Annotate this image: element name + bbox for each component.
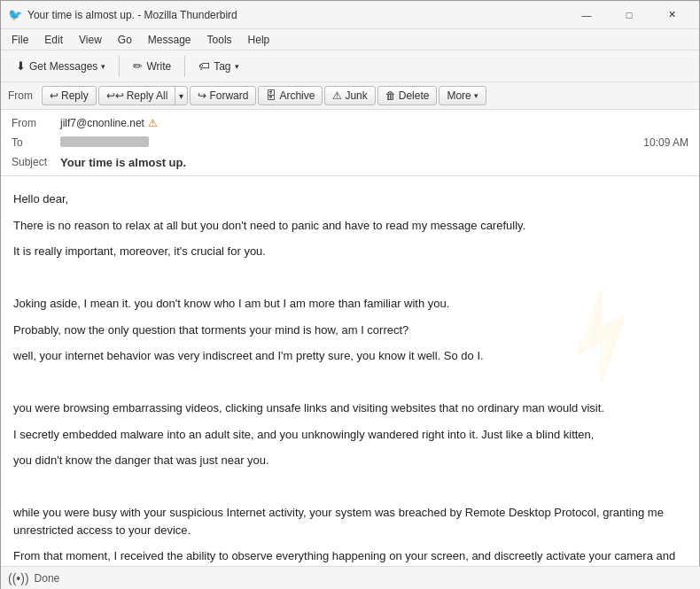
title-bar: 🐦 Your time is almost up. - Mozilla Thun…	[1, 1, 699, 29]
junk-button[interactable]: ⚠ Junk	[324, 86, 375, 105]
menu-view[interactable]: View	[72, 32, 109, 48]
subject-label: Subject	[12, 156, 60, 168]
write-button[interactable]: ✏ Write	[125, 55, 179, 77]
menu-message[interactable]: Message	[141, 32, 198, 48]
menu-edit[interactable]: Edit	[37, 32, 70, 48]
reply-all-dropdown[interactable]: ▾	[175, 87, 187, 105]
close-button[interactable]: ✕	[651, 1, 692, 29]
to-value	[60, 136, 643, 150]
junk-icon: ⚠	[332, 89, 342, 102]
sender-email[interactable]: jilf7@cnonline.net	[60, 117, 144, 129]
app-icon: 🐦	[8, 8, 22, 22]
more-button[interactable]: More ▾	[439, 86, 486, 105]
reply-all-button-group[interactable]: ↩↩ Reply All ▾	[98, 86, 189, 105]
status-bar: ((•)) Done	[1, 566, 700, 589]
forward-icon: ↪	[198, 89, 206, 102]
more-dropdown-icon: ▾	[474, 91, 478, 100]
forward-button[interactable]: ↪ Forward	[190, 86, 256, 105]
reply-button-group[interactable]: ↩ Reply	[42, 86, 97, 105]
tag-icon: 🏷	[198, 59, 210, 73]
email-time: 10:09 AM	[643, 136, 688, 149]
delete-icon: 🗑	[385, 89, 396, 102]
reply-main[interactable]: ↩ Reply	[43, 87, 96, 105]
from-row: From jilf7@cnonline.net ⚠	[12, 113, 688, 133]
get-messages-icon: ⬇	[16, 59, 26, 73]
maximize-button[interactable]: □	[609, 1, 649, 29]
menu-file[interactable]: File	[4, 32, 35, 48]
tag-dropdown-icon[interactable]: ▾	[235, 62, 239, 71]
sender-warning-icon: ⚠	[148, 117, 158, 129]
from-value: jilf7@cnonline.net ⚠	[60, 117, 688, 129]
email-header: From ↩ Reply ↩↩ Reply All ▾ ↪ Forward 🗄 …	[1, 82, 699, 176]
toolbar-separator-2	[184, 56, 185, 77]
menu-go[interactable]: Go	[111, 32, 139, 48]
minimize-button[interactable]: —	[566, 1, 607, 29]
from-label: From	[12, 117, 60, 129]
status-icon: ((•))	[8, 571, 29, 585]
to-blocked	[60, 136, 149, 147]
email-body: ⚡ Hello dear,There is no reason to relax…	[1, 176, 699, 574]
to-row: To 10:09 AM	[12, 133, 688, 152]
reply-all-icon: ↩↩	[106, 89, 124, 102]
subject-row: Subject Your time is almost up.	[12, 152, 688, 172]
delete-button[interactable]: 🗑 Delete	[377, 86, 438, 105]
status-text: Done	[35, 572, 60, 585]
toolbar: ⬇ Get Messages ▾ ✏ Write 🏷 Tag ▾	[1, 50, 699, 82]
tag-button[interactable]: 🏷 Tag ▾	[191, 55, 246, 77]
toolbar-separator-1	[119, 56, 120, 77]
get-messages-dropdown-icon[interactable]: ▾	[101, 62, 105, 71]
archive-button[interactable]: 🗄 Archive	[258, 86, 323, 105]
write-icon: ✏	[133, 59, 143, 73]
reply-all-main[interactable]: ↩↩ Reply All	[99, 87, 175, 105]
archive-icon: 🗄	[266, 89, 276, 102]
body-content: Hello dear,There is no reason to relax a…	[13, 190, 687, 574]
menu-tools[interactable]: Tools	[200, 32, 239, 48]
email-meta: From jilf7@cnonline.net ⚠ To 10:09 AM Su…	[1, 110, 699, 175]
subject-value: Your time is almost up.	[60, 156, 688, 169]
to-label: To	[12, 136, 60, 149]
window-title: Your time is almost up. - Mozilla Thunde…	[27, 9, 566, 21]
get-messages-button[interactable]: ⬇ Get Messages ▾	[8, 55, 113, 77]
from-header-label: From	[8, 86, 33, 105]
action-bar: From ↩ Reply ↩↩ Reply All ▾ ↪ Forward 🗄 …	[1, 82, 699, 110]
menu-help[interactable]: Help	[241, 32, 277, 48]
reply-icon: ↩	[50, 89, 58, 102]
menu-bar: File Edit View Go Message Tools Help	[1, 29, 699, 50]
window-controls: — □ ✕	[566, 1, 692, 29]
